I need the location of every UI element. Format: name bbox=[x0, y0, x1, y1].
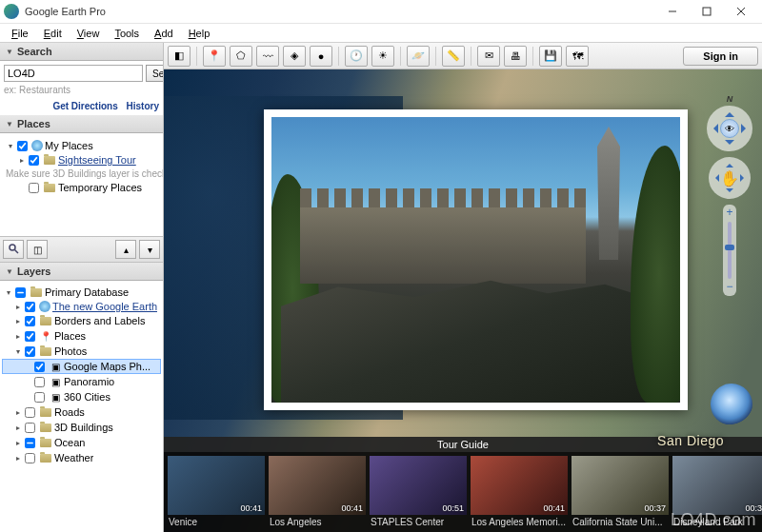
menu-tools[interactable]: Tools bbox=[107, 26, 147, 41]
pan-center-button[interactable]: ✋ bbox=[720, 169, 739, 187]
map-viewport[interactable]: N 👁 ✋ + − bbox=[164, 69, 762, 532]
tree-checkbox[interactable] bbox=[25, 316, 35, 326]
tour-strip[interactable]: 00:41Venice00:41Los Angeles00:51STAPLES … bbox=[164, 452, 762, 529]
window-maximize-button[interactable] bbox=[690, 0, 724, 23]
tour-item[interactable]: 00:41Venice bbox=[168, 456, 265, 529]
toolbar-print-button[interactable]: 🖶 bbox=[504, 46, 527, 67]
look-right-button[interactable] bbox=[741, 124, 751, 133]
pan-down-button[interactable] bbox=[726, 188, 733, 196]
tree-toggle-icon[interactable]: ▾ bbox=[13, 347, 23, 356]
tree-checkbox[interactable] bbox=[25, 331, 35, 342]
tree-label[interactable]: The new Google Earth bbox=[52, 301, 157, 312]
toolbar-image-overlay-button[interactable]: ◈ bbox=[283, 46, 306, 67]
tree-checkbox[interactable] bbox=[29, 183, 39, 193]
tree-toggle-icon[interactable]: ▾ bbox=[6, 142, 15, 150]
look-down-button[interactable] bbox=[725, 140, 734, 149]
tour-item[interactable]: 00:51STAPLES Center bbox=[370, 456, 467, 529]
tree-checkbox[interactable] bbox=[17, 141, 28, 151]
places-find-button[interactable] bbox=[3, 240, 24, 259]
layers-item[interactable]: ▸📍Places bbox=[2, 328, 161, 344]
get-directions-link[interactable]: Get Directions bbox=[52, 101, 117, 111]
toolbar-save-image-button[interactable]: 💾 bbox=[539, 46, 562, 67]
zoom-in-button[interactable]: + bbox=[724, 207, 735, 219]
tree-checkbox[interactable] bbox=[25, 438, 35, 448]
tree-toggle-icon[interactable]: ▸ bbox=[13, 332, 23, 341]
toolbar-path-button[interactable]: 〰 bbox=[256, 46, 279, 67]
pan-left-button[interactable] bbox=[712, 174, 719, 182]
toolbar-planet-button[interactable]: 🪐 bbox=[407, 46, 430, 67]
tree-checkbox[interactable] bbox=[25, 407, 35, 418]
places-item[interactable]: Temporary Places bbox=[4, 180, 159, 195]
tour-item[interactable]: 00:39Disneyland Park bbox=[672, 456, 762, 529]
tree-toggle-icon[interactable]: ▸ bbox=[13, 303, 23, 311]
tree-label[interactable]: Sightseeing Tour bbox=[58, 154, 136, 166]
tree-toggle-icon[interactable]: ▸ bbox=[13, 439, 23, 447]
tour-item[interactable]: 00:41Los Angeles bbox=[269, 456, 366, 529]
layers-item[interactable]: ▾Primary Database bbox=[2, 285, 161, 300]
places-item[interactable]: ▸Sightseeing Tour bbox=[4, 152, 159, 167]
pan-right-button[interactable] bbox=[740, 174, 748, 182]
tree-checkbox[interactable] bbox=[25, 302, 35, 312]
tree-checkbox[interactable] bbox=[34, 377, 45, 387]
tree-toggle-icon[interactable]: ▸ bbox=[13, 408, 23, 417]
layers-item[interactable]: ▸Weather bbox=[2, 450, 161, 465]
tree-checkbox[interactable] bbox=[29, 155, 39, 166]
tree-checkbox[interactable] bbox=[25, 453, 35, 463]
menu-add[interactable]: Add bbox=[147, 26, 181, 41]
toolbar-sidebar-toggle[interactable]: ◧ bbox=[168, 46, 190, 67]
toolbar-placemark-button[interactable]: 📍 bbox=[203, 46, 226, 67]
places-up-button[interactable]: ▴ bbox=[115, 240, 136, 259]
toolbar-historical-button[interactable]: 🕐 bbox=[345, 46, 368, 67]
layers-item[interactable]: ▸The new Google Earth bbox=[2, 300, 161, 313]
toolbar-view-maps-button[interactable]: 🗺 bbox=[566, 46, 589, 67]
tree-checkbox[interactable] bbox=[25, 423, 35, 433]
search-input[interactable] bbox=[4, 65, 143, 82]
look-reset-button[interactable]: 👁 bbox=[720, 119, 739, 138]
places-item[interactable]: Make sure 3D Buildings layer is checked bbox=[4, 167, 159, 180]
menu-view[interactable]: View bbox=[70, 26, 108, 41]
layers-item[interactable]: ▣360 Cities bbox=[2, 389, 161, 404]
layers-panel-header[interactable]: ▼Layers bbox=[0, 263, 163, 281]
zoom-slider[interactable] bbox=[728, 222, 732, 279]
places-item[interactable]: ▾My Places bbox=[4, 139, 159, 152]
places-down-button[interactable]: ▾ bbox=[139, 240, 160, 259]
menu-edit[interactable]: Edit bbox=[36, 26, 70, 41]
tree-checkbox[interactable] bbox=[34, 362, 45, 372]
zoom-thumb[interactable] bbox=[725, 245, 734, 250]
tree-toggle-icon[interactable]: ▸ bbox=[13, 454, 23, 463]
layers-item[interactable]: ▾Photos bbox=[2, 344, 161, 359]
pan-up-button[interactable] bbox=[726, 160, 733, 167]
toolbar-polygon-button[interactable]: ⬠ bbox=[230, 46, 252, 67]
search-button[interactable]: Search bbox=[146, 65, 164, 82]
toolbar-sunlight-button[interactable]: ☀ bbox=[371, 46, 394, 67]
places-split-button[interactable]: ◫ bbox=[27, 240, 48, 259]
tree-checkbox[interactable] bbox=[34, 392, 45, 403]
layers-item[interactable]: ▸Borders and Labels bbox=[2, 313, 161, 328]
places-panel-header[interactable]: ▼Places bbox=[0, 115, 163, 133]
layers-item[interactable]: ▣Google Maps Ph... bbox=[2, 359, 161, 374]
history-link[interactable]: History bbox=[127, 101, 159, 111]
sign-in-button[interactable]: Sign in bbox=[683, 47, 758, 66]
toolbar-email-button[interactable]: ✉ bbox=[477, 46, 500, 67]
tree-toggle-icon[interactable]: ▸ bbox=[13, 424, 23, 432]
layers-item[interactable]: ▸Ocean bbox=[2, 435, 161, 450]
look-up-button[interactable] bbox=[725, 108, 734, 117]
tree-checkbox[interactable] bbox=[25, 346, 35, 357]
toolbar-ruler-button[interactable]: 📏 bbox=[442, 46, 465, 67]
window-minimize-button[interactable] bbox=[655, 0, 690, 23]
tree-checkbox[interactable] bbox=[15, 287, 26, 298]
layers-item[interactable]: ▣Panoramio bbox=[2, 374, 161, 389]
tree-toggle-icon[interactable]: ▾ bbox=[4, 288, 13, 297]
overview-map-button[interactable] bbox=[711, 384, 752, 425]
tour-item[interactable]: 00:41Los Angeles Memori... bbox=[471, 456, 568, 529]
toolbar-record-tour-button[interactable]: ● bbox=[310, 46, 332, 67]
tree-toggle-icon[interactable]: ▸ bbox=[13, 317, 23, 325]
menu-help[interactable]: Help bbox=[181, 26, 218, 41]
window-close-button[interactable] bbox=[724, 0, 758, 23]
search-panel-header[interactable]: ▼Search bbox=[0, 43, 163, 61]
menu-file[interactable]: File bbox=[4, 26, 36, 41]
look-left-button[interactable] bbox=[709, 124, 718, 133]
tour-item[interactable]: 00:37California State Uni... bbox=[572, 456, 669, 529]
tree-toggle-icon[interactable]: ▸ bbox=[17, 156, 27, 165]
layers-item[interactable]: ▸Roads bbox=[2, 404, 161, 420]
